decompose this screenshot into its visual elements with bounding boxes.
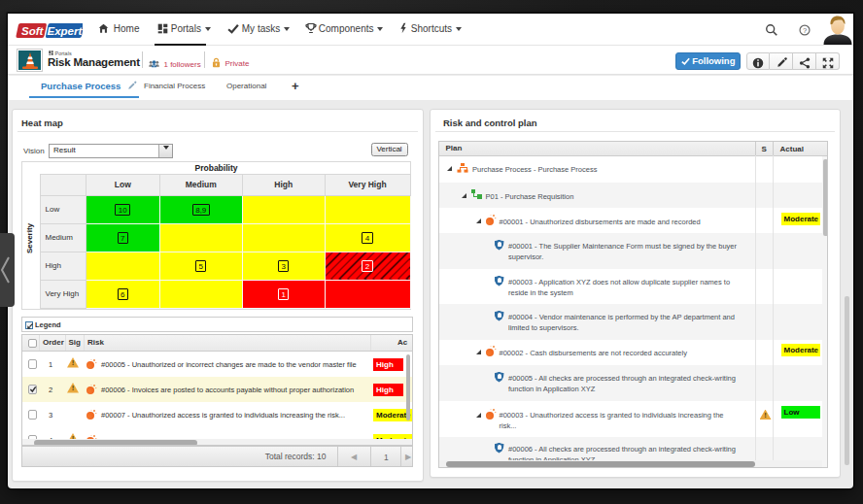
svg-text:?: ? bbox=[803, 26, 807, 35]
svg-text:Expert: Expert bbox=[48, 25, 84, 37]
svg-text:Soft: Soft bbox=[21, 25, 45, 37]
